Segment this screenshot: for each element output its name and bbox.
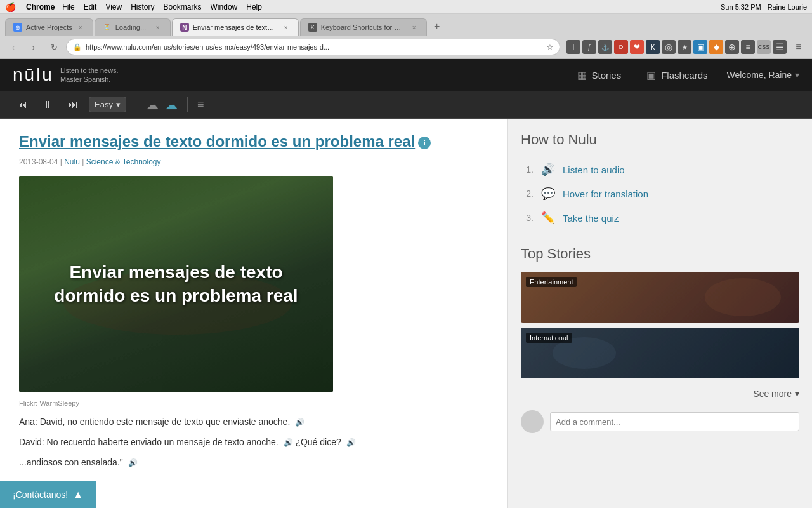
comment-input[interactable] bbox=[550, 412, 799, 431]
comment-area bbox=[521, 404, 799, 439]
article-image-container: Enviar mensajes de texto dormido es un p… bbox=[19, 176, 333, 392]
url-text: https://www.nulu.com/en-us/stories/en-us… bbox=[86, 43, 543, 51]
menu-edit[interactable]: Edit bbox=[84, 3, 97, 11]
how-to-item-3[interactable]: 3. ✏️ Take the quiz bbox=[521, 206, 799, 230]
ext-star[interactable]: ★ bbox=[678, 40, 691, 54]
how-to-label-2: Hover for translation bbox=[563, 189, 648, 199]
how-to-num-1: 1. bbox=[521, 164, 534, 175]
story-card-2[interactable]: International bbox=[521, 328, 799, 378]
story-card-1[interactable]: Entertainment bbox=[521, 272, 799, 323]
audio-step-icon: 🔊 bbox=[541, 163, 555, 177]
fast-forward-button[interactable]: ⏭ bbox=[63, 95, 82, 114]
nav-flashcards[interactable]: ▣ Flashcards bbox=[640, 66, 714, 84]
how-to-nulu-title: How to Nulu bbox=[521, 131, 799, 148]
nulu-header: nūlu Listen to the news. Master Spanish.… bbox=[0, 59, 812, 91]
user-greeting: Welcome, Raine bbox=[727, 70, 792, 80]
ext-translate[interactable]: T bbox=[566, 40, 580, 54]
tab-keyboard-shortcuts[interactable]: K Keyboard Shortcuts for Nu... × bbox=[300, 18, 427, 36]
cloud-icon-2[interactable]: ☁ bbox=[165, 97, 178, 112]
tab3-title: Enviar mensajes de texto d... bbox=[193, 23, 278, 31]
tab-active-projects[interactable]: ⊕ Active Projects × bbox=[5, 18, 93, 36]
ext-pocket[interactable]: ❤ bbox=[630, 40, 644, 54]
translate-icon[interactable]: i bbox=[418, 137, 431, 149]
ext-gray1[interactable]: ≡ bbox=[741, 40, 755, 54]
menu-history[interactable]: History bbox=[131, 3, 154, 11]
bookmark-icon[interactable]: ☆ bbox=[547, 43, 553, 51]
tab4-favicon: K bbox=[308, 23, 317, 32]
main-content: Enviar mensajes de texto dormido es un p… bbox=[0, 119, 812, 508]
new-tab-button[interactable]: + bbox=[428, 18, 446, 36]
image-caption: Flickr: WarmSleepy bbox=[19, 399, 488, 407]
top-stories-title: Top Stories bbox=[521, 246, 799, 262]
ext-blue1[interactable]: ▣ bbox=[693, 40, 707, 54]
extension-icons: T ƒ ⚓ D ❤ K ◎ ★ ▣ ◆ ⊕ ≡ CSS ☰ bbox=[566, 40, 787, 54]
nulu-nav: ▦ Stories ▣ Flashcards bbox=[571, 66, 714, 84]
ext-css[interactable]: CSS bbox=[757, 40, 771, 54]
article-meta: 2013-08-04 | Nulu | Science & Technology bbox=[19, 157, 488, 166]
contact-label: ¡Contáctanos! bbox=[13, 490, 68, 500]
audio-icon-2[interactable]: 🔊 bbox=[284, 438, 293, 447]
reader-icon[interactable]: ≡ bbox=[197, 98, 204, 111]
menu-window[interactable]: Window bbox=[211, 3, 238, 11]
tab2-close[interactable]: × bbox=[154, 23, 162, 32]
tab3-close[interactable]: × bbox=[282, 23, 291, 32]
ext-orange[interactable]: ◆ bbox=[709, 40, 723, 54]
pause-button[interactable]: ⏸ bbox=[38, 95, 57, 114]
ext-chrome[interactable]: ⊕ bbox=[725, 40, 739, 54]
cloud-icon-1[interactable]: ☁ bbox=[146, 97, 159, 112]
chrome-menu-button[interactable]: ≡ bbox=[790, 39, 807, 55]
see-more-button[interactable]: See more ▾ bbox=[521, 384, 799, 404]
back-button[interactable]: ‹ bbox=[5, 39, 22, 55]
menu-help[interactable]: Help bbox=[246, 3, 262, 11]
tab1-close[interactable]: × bbox=[76, 23, 85, 32]
menu-bookmarks[interactable]: Bookmarks bbox=[164, 3, 202, 11]
menu-chrome[interactable]: Chrome bbox=[26, 3, 55, 11]
tab-loading[interactable]: ⏳ Loading... × bbox=[95, 18, 171, 36]
audio-icon-2b[interactable]: 🔊 bbox=[346, 438, 356, 447]
how-to-item-2[interactable]: 2. 💬 Hover for translation bbox=[521, 182, 799, 206]
ext-last[interactable]: ☰ bbox=[773, 40, 787, 54]
menu-view[interactable]: View bbox=[105, 3, 122, 11]
article-text-1: Ana: David, no entiendo este mensaje de … bbox=[19, 415, 488, 430]
player-toolbar: ⏮ ⏸ ⏭ Easy ▾ ☁ ☁ ≡ bbox=[0, 91, 812, 119]
audio-icon-3[interactable]: 🔊 bbox=[128, 458, 138, 467]
ext-anchor[interactable]: ⚓ bbox=[598, 40, 612, 54]
contact-button[interactable]: ¡Contáctanos! ▲ bbox=[0, 481, 96, 508]
story2-label: International bbox=[526, 333, 572, 343]
ext-circle[interactable]: ◎ bbox=[662, 40, 676, 54]
right-sidebar: How to Nulu 1. 🔊 Listen to audio 2. 💬 Ho… bbox=[508, 119, 812, 508]
contact-arrow-icon: ▲ bbox=[73, 489, 83, 500]
rewind-button[interactable]: ⏮ bbox=[13, 95, 32, 114]
nulu-user-menu[interactable]: Welcome, Raine ▾ bbox=[727, 70, 799, 80]
hover-step-icon: 💬 bbox=[541, 187, 555, 201]
audio-icon-1[interactable]: 🔊 bbox=[295, 418, 304, 427]
user-dropdown-arrow: ▾ bbox=[795, 70, 799, 80]
tab1-title: Active Projects bbox=[26, 23, 72, 31]
ext-k[interactable]: K bbox=[646, 40, 660, 54]
article-image: Enviar mensajes de texto dormido es un p… bbox=[19, 176, 333, 392]
how-to-label-3: Take the quiz bbox=[563, 213, 619, 224]
how-to-item-1[interactable]: 1. 🔊 Listen to audio bbox=[521, 157, 799, 182]
article-date: 2013-08-04 bbox=[19, 157, 58, 166]
tab1-favicon: ⊕ bbox=[13, 23, 22, 32]
tab-current-article[interactable]: N Enviar mensajes de texto d... × bbox=[172, 18, 299, 36]
apple-icon[interactable]: 🍎 bbox=[5, 2, 16, 12]
ext-red[interactable]: D bbox=[614, 40, 628, 54]
difficulty-select[interactable]: Easy ▾ bbox=[89, 97, 126, 112]
address-bar[interactable]: 🔒 https://www.nulu.com/en-us/stories/en-… bbox=[66, 39, 560, 55]
article-category[interactable]: Science & Technology bbox=[86, 157, 161, 166]
how-to-num-3: 3. bbox=[521, 213, 534, 223]
article-source[interactable]: Nulu bbox=[64, 157, 80, 166]
tab4-close[interactable]: × bbox=[410, 23, 419, 32]
menu-file[interactable]: File bbox=[62, 3, 74, 11]
forward-button[interactable]: › bbox=[25, 39, 42, 55]
flashcards-icon: ▣ bbox=[646, 69, 656, 81]
article-title[interactable]: Enviar mensajes de texto dormido es un p… bbox=[19, 131, 488, 151]
nav-stories[interactable]: ▦ Stories bbox=[571, 66, 628, 84]
article-line3-text: ...andiosos con ensalada." bbox=[19, 457, 123, 467]
ext-f[interactable]: ƒ bbox=[582, 40, 596, 54]
menubar-user: Raine Lourie bbox=[768, 3, 807, 11]
difficulty-label: Easy bbox=[95, 100, 113, 109]
nulu-logo[interactable]: nūlu Listen to the news. Master Spanish. bbox=[13, 65, 119, 85]
reload-button[interactable]: ↻ bbox=[46, 39, 62, 55]
